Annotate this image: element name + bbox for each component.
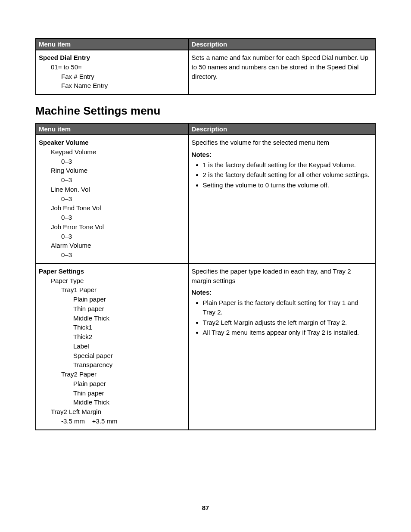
menu-sub-item: Job Error Tone Vol — [39, 222, 186, 232]
menu-option: Thin paper — [39, 304, 186, 314]
notes-list: Plain Paper is the factory default setti… — [192, 298, 372, 337]
notes-label: Notes: — [192, 288, 372, 297]
machine-settings-table: Menu item Description Speaker Volume Key… — [35, 123, 376, 430]
menu-sub-item: Tray2 Paper — [39, 370, 186, 379]
menu-option: Thick2 — [39, 332, 186, 342]
menu-sub-item: Tray2 Left Margin — [39, 407, 186, 417]
menu-range: 0–3 — [39, 157, 186, 166]
menu-sub-item: 01= to 50= — [39, 62, 186, 72]
note-item: All Tray 2 menu items appear only if Tra… — [203, 328, 372, 337]
menu-sub-item: Alarm Volume — [39, 241, 186, 250]
menu-item-cell: Paper Settings Paper Type Tray1 Paper Pl… — [36, 264, 189, 430]
menu-item-title: Paper Settings — [39, 267, 186, 276]
page-number: 87 — [0, 504, 411, 511]
menu-item-title: Speed Dial Entry — [39, 53, 186, 62]
menu-option: Transparency — [39, 360, 186, 370]
table-header-row: Menu item Description — [36, 38, 375, 50]
menu-range: 0–3 — [39, 194, 186, 204]
note-item: 1 is the factory default setting for the… — [203, 160, 372, 170]
header-menu-item: Menu item — [36, 38, 189, 50]
menu-range: 0–3 — [39, 213, 186, 222]
menu-item-cell: Speaker Volume Keypad Volume 0–3 Ring Vo… — [36, 135, 189, 264]
menu-option: Plain paper — [39, 379, 186, 389]
menu-sub-item: Job End Tone Vol — [39, 203, 186, 213]
menu-sub-item: Ring Volume — [39, 166, 186, 175]
note-item: Tray2 Left Margin adjusts the left margi… — [203, 318, 372, 327]
description-text: Specifies the volume for the selected me… — [192, 138, 372, 147]
description-cell: Specifies the paper type loaded in each … — [189, 264, 375, 430]
notes-label: Notes: — [192, 150, 372, 159]
menu-range: 0–3 — [39, 250, 186, 260]
note-item: Plain Paper is the factory default setti… — [203, 298, 372, 317]
note-item: Setting the volume to 0 turns the volume… — [203, 180, 372, 190]
table-row: Paper Settings Paper Type Tray1 Paper Pl… — [36, 264, 375, 430]
menu-sub-item: Tray1 Paper — [39, 285, 186, 295]
header-description: Description — [189, 38, 375, 50]
menu-range: 0–3 — [39, 232, 186, 241]
header-description: Description — [189, 123, 375, 135]
table-row: Speed Dial Entry 01= to 50= Fax # Entry … — [36, 50, 375, 94]
notes-list: 1 is the factory default setting for the… — [192, 160, 372, 190]
menu-option: Plain paper — [39, 295, 186, 304]
menu-sub-item: Keypad Volume — [39, 147, 186, 157]
menu-option: Thin paper — [39, 389, 186, 398]
description-text: Specifies the paper type loaded in each … — [192, 267, 372, 286]
speed-dial-table: Menu item Description Speed Dial Entry 0… — [35, 38, 376, 95]
description-cell: Sets a name and fax number for each Spee… — [189, 50, 375, 94]
menu-sub-item: Fax Name Entry — [39, 81, 186, 90]
menu-sub-item: Fax # Entry — [39, 72, 186, 81]
table-row: Speaker Volume Keypad Volume 0–3 Ring Vo… — [36, 135, 375, 264]
menu-sub-item: Paper Type — [39, 276, 186, 286]
menu-option: Special paper — [39, 351, 186, 361]
table-header-row: Menu item Description — [36, 123, 375, 135]
section-heading: Machine Settings menu — [35, 104, 376, 118]
menu-sub-item: Line Mon. Vol — [39, 185, 186, 194]
menu-option: Middle Thick — [39, 314, 186, 323]
header-menu-item: Menu item — [36, 123, 189, 135]
menu-option: Thick1 — [39, 323, 186, 332]
menu-range: 0–3 — [39, 175, 186, 185]
note-item: 2 is the factory default setting for all… — [203, 170, 372, 180]
menu-option: Middle Thick — [39, 398, 186, 407]
menu-range: -3.5 mm – +3.5 mm — [39, 417, 186, 426]
description-cell: Specifies the volume for the selected me… — [189, 135, 375, 264]
document-page: Menu item Description Speed Dial Entry 0… — [0, 0, 411, 532]
menu-item-cell: Speed Dial Entry 01= to 50= Fax # Entry … — [36, 50, 189, 94]
menu-item-title: Speaker Volume — [39, 138, 186, 147]
menu-option: Label — [39, 342, 186, 351]
